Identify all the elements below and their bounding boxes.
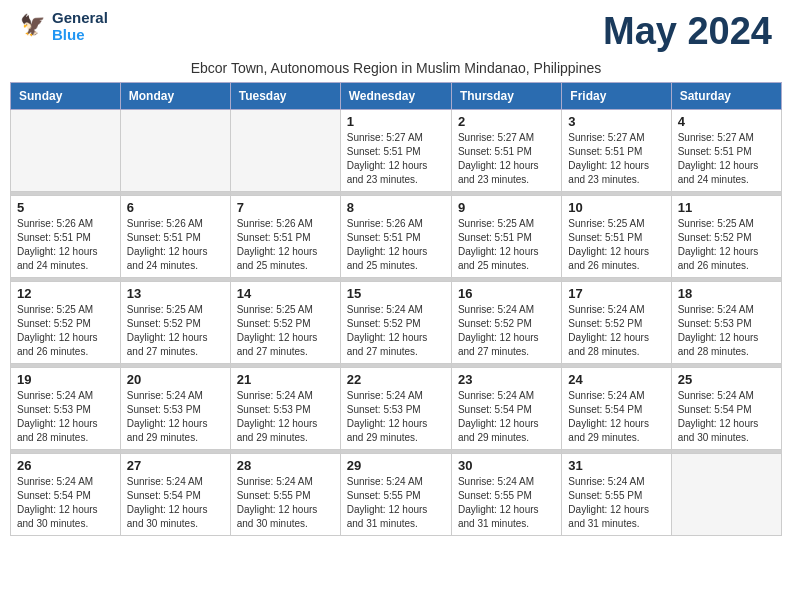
logo: 🦅 General Blue [20,10,108,43]
day-number: 7 [237,200,334,215]
header-tuesday: Tuesday [230,83,340,110]
table-row: 24 Sunrise: 5:24 AMSunset: 5:54 PMDaylig… [562,368,671,450]
table-row: 20 Sunrise: 5:24 AMSunset: 5:53 PMDaylig… [120,368,230,450]
day-number: 17 [568,286,664,301]
table-row: 26 Sunrise: 5:24 AMSunset: 5:54 PMDaylig… [11,454,121,536]
day-info: Sunrise: 5:24 AMSunset: 5:55 PMDaylight:… [347,475,445,531]
day-info: Sunrise: 5:26 AMSunset: 5:51 PMDaylight:… [17,217,114,273]
table-row: 21 Sunrise: 5:24 AMSunset: 5:53 PMDaylig… [230,368,340,450]
calendar-table: Sunday Monday Tuesday Wednesday Thursday… [10,82,782,536]
calendar-week-4: 19 Sunrise: 5:24 AMSunset: 5:53 PMDaylig… [11,368,782,450]
day-info: Sunrise: 5:24 AMSunset: 5:53 PMDaylight:… [347,389,445,445]
day-info: Sunrise: 5:24 AMSunset: 5:53 PMDaylight:… [237,389,334,445]
day-number: 11 [678,200,775,215]
svg-text:🦅: 🦅 [20,13,46,38]
table-row: 8 Sunrise: 5:26 AMSunset: 5:51 PMDayligh… [340,196,451,278]
day-number: 19 [17,372,114,387]
day-info: Sunrise: 5:24 AMSunset: 5:54 PMDaylight:… [678,389,775,445]
day-info: Sunrise: 5:24 AMSunset: 5:53 PMDaylight:… [678,303,775,359]
logo-general: General [52,9,108,26]
table-row: 9 Sunrise: 5:25 AMSunset: 5:51 PMDayligh… [451,196,561,278]
page-header: 🦅 General Blue May 2024 [0,0,792,58]
calendar-week-3: 12 Sunrise: 5:25 AMSunset: 5:52 PMDaylig… [11,282,782,364]
table-row: 23 Sunrise: 5:24 AMSunset: 5:54 PMDaylig… [451,368,561,450]
calendar-week-2: 5 Sunrise: 5:26 AMSunset: 5:51 PMDayligh… [11,196,782,278]
header-wednesday: Wednesday [340,83,451,110]
day-info: Sunrise: 5:26 AMSunset: 5:51 PMDaylight:… [127,217,224,273]
day-number: 14 [237,286,334,301]
header-friday: Friday [562,83,671,110]
table-row: 15 Sunrise: 5:24 AMSunset: 5:52 PMDaylig… [340,282,451,364]
calendar-week-1: 1 Sunrise: 5:27 AMSunset: 5:51 PMDayligh… [11,110,782,192]
table-row [120,110,230,192]
month-title: May 2024 [603,10,772,53]
day-info: Sunrise: 5:24 AMSunset: 5:54 PMDaylight:… [17,475,114,531]
day-number: 3 [568,114,664,129]
table-row: 19 Sunrise: 5:24 AMSunset: 5:53 PMDaylig… [11,368,121,450]
table-row: 7 Sunrise: 5:26 AMSunset: 5:51 PMDayligh… [230,196,340,278]
day-number: 10 [568,200,664,215]
table-row: 14 Sunrise: 5:25 AMSunset: 5:52 PMDaylig… [230,282,340,364]
day-number: 12 [17,286,114,301]
day-number: 2 [458,114,555,129]
table-row: 1 Sunrise: 5:27 AMSunset: 5:51 PMDayligh… [340,110,451,192]
day-number: 8 [347,200,445,215]
day-info: Sunrise: 5:27 AMSunset: 5:51 PMDaylight:… [678,131,775,187]
table-row: 4 Sunrise: 5:27 AMSunset: 5:51 PMDayligh… [671,110,781,192]
day-info: Sunrise: 5:25 AMSunset: 5:52 PMDaylight:… [237,303,334,359]
header-sunday: Sunday [11,83,121,110]
day-number: 4 [678,114,775,129]
table-row: 12 Sunrise: 5:25 AMSunset: 5:52 PMDaylig… [11,282,121,364]
table-row [230,110,340,192]
day-info: Sunrise: 5:25 AMSunset: 5:52 PMDaylight:… [678,217,775,273]
table-row: 5 Sunrise: 5:26 AMSunset: 5:51 PMDayligh… [11,196,121,278]
day-info: Sunrise: 5:24 AMSunset: 5:54 PMDaylight:… [568,389,664,445]
calendar-header-row: Sunday Monday Tuesday Wednesday Thursday… [11,83,782,110]
table-row: 13 Sunrise: 5:25 AMSunset: 5:52 PMDaylig… [120,282,230,364]
day-number: 28 [237,458,334,473]
header-saturday: Saturday [671,83,781,110]
day-info: Sunrise: 5:24 AMSunset: 5:53 PMDaylight:… [127,389,224,445]
day-number: 26 [17,458,114,473]
table-row: 2 Sunrise: 5:27 AMSunset: 5:51 PMDayligh… [451,110,561,192]
header-thursday: Thursday [451,83,561,110]
table-row: 3 Sunrise: 5:27 AMSunset: 5:51 PMDayligh… [562,110,671,192]
day-number: 5 [17,200,114,215]
day-info: Sunrise: 5:25 AMSunset: 5:52 PMDaylight:… [17,303,114,359]
day-info: Sunrise: 5:24 AMSunset: 5:53 PMDaylight:… [17,389,114,445]
day-number: 24 [568,372,664,387]
day-number: 31 [568,458,664,473]
day-info: Sunrise: 5:25 AMSunset: 5:52 PMDaylight:… [127,303,224,359]
table-row: 6 Sunrise: 5:26 AMSunset: 5:51 PMDayligh… [120,196,230,278]
table-row: 17 Sunrise: 5:24 AMSunset: 5:52 PMDaylig… [562,282,671,364]
calendar-week-5: 26 Sunrise: 5:24 AMSunset: 5:54 PMDaylig… [11,454,782,536]
day-info: Sunrise: 5:26 AMSunset: 5:51 PMDaylight:… [347,217,445,273]
day-number: 27 [127,458,224,473]
day-number: 23 [458,372,555,387]
day-number: 1 [347,114,445,129]
table-row: 29 Sunrise: 5:24 AMSunset: 5:55 PMDaylig… [340,454,451,536]
day-info: Sunrise: 5:24 AMSunset: 5:55 PMDaylight:… [568,475,664,531]
day-number: 25 [678,372,775,387]
day-info: Sunrise: 5:24 AMSunset: 5:55 PMDaylight:… [237,475,334,531]
day-number: 22 [347,372,445,387]
location-subtitle: Ebcor Town, Autonomous Region in Muslim … [0,58,792,82]
day-info: Sunrise: 5:24 AMSunset: 5:52 PMDaylight:… [347,303,445,359]
table-row: 16 Sunrise: 5:24 AMSunset: 5:52 PMDaylig… [451,282,561,364]
table-row: 18 Sunrise: 5:24 AMSunset: 5:53 PMDaylig… [671,282,781,364]
day-info: Sunrise: 5:24 AMSunset: 5:54 PMDaylight:… [458,389,555,445]
day-info: Sunrise: 5:24 AMSunset: 5:52 PMDaylight:… [568,303,664,359]
logo-blue: Blue [52,26,85,43]
table-row: 22 Sunrise: 5:24 AMSunset: 5:53 PMDaylig… [340,368,451,450]
day-number: 16 [458,286,555,301]
day-number: 15 [347,286,445,301]
day-info: Sunrise: 5:27 AMSunset: 5:51 PMDaylight:… [458,131,555,187]
day-number: 9 [458,200,555,215]
day-info: Sunrise: 5:27 AMSunset: 5:51 PMDaylight:… [568,131,664,187]
table-row: 28 Sunrise: 5:24 AMSunset: 5:55 PMDaylig… [230,454,340,536]
table-row: 25 Sunrise: 5:24 AMSunset: 5:54 PMDaylig… [671,368,781,450]
table-row [671,454,781,536]
day-info: Sunrise: 5:26 AMSunset: 5:51 PMDaylight:… [237,217,334,273]
day-info: Sunrise: 5:24 AMSunset: 5:54 PMDaylight:… [127,475,224,531]
day-info: Sunrise: 5:25 AMSunset: 5:51 PMDaylight:… [568,217,664,273]
